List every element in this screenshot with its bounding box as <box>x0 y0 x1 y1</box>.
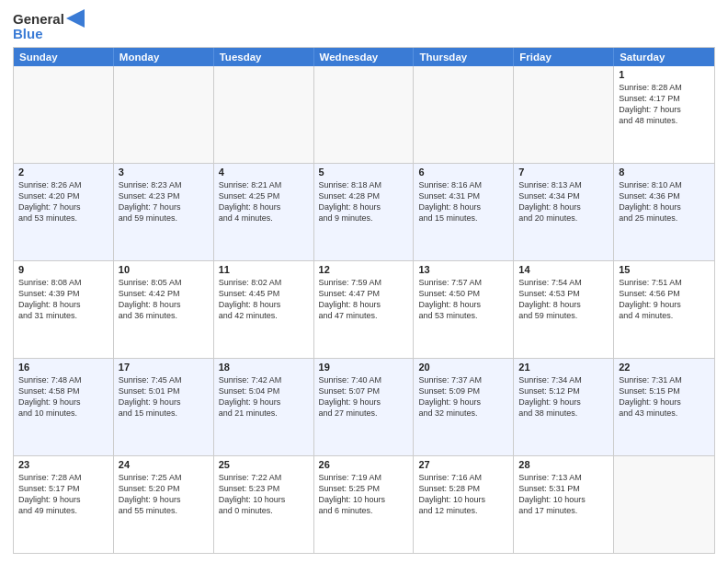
calendar-cell: 26Sunrise: 7:19 AM Sunset: 5:25 PM Dayli… <box>314 456 415 553</box>
day-number: 17 <box>119 362 209 373</box>
day-number: 28 <box>518 459 609 470</box>
day-info: Sunrise: 7:54 AM Sunset: 4:53 PM Dayligh… <box>518 277 609 322</box>
calendar-header-row: SundayMondayTuesdayWednesdayThursdayFrid… <box>14 48 714 66</box>
day-number: 19 <box>319 362 409 373</box>
calendar-cell <box>614 456 714 553</box>
calendar-cell: 1Sunrise: 8:28 AM Sunset: 4:17 PM Daylig… <box>614 66 714 163</box>
calendar-cell: 24Sunrise: 7:25 AM Sunset: 5:20 PM Dayli… <box>114 456 214 553</box>
logo: General Blue <box>13 9 85 41</box>
day-number: 1 <box>619 69 710 80</box>
calendar-cell <box>14 66 114 163</box>
calendar-cell: 27Sunrise: 7:16 AM Sunset: 5:28 PM Dayli… <box>414 456 514 553</box>
weekday-header-monday: Monday <box>114 48 214 66</box>
day-info: Sunrise: 8:16 AM Sunset: 4:31 PM Dayligh… <box>418 179 508 224</box>
day-info: Sunrise: 8:21 AM Sunset: 4:25 PM Dayligh… <box>219 179 309 224</box>
day-info: Sunrise: 7:16 AM Sunset: 5:28 PM Dayligh… <box>418 472 508 517</box>
logo-general-text: General <box>13 11 64 27</box>
calendar-cell <box>214 66 314 163</box>
day-info: Sunrise: 7:45 AM Sunset: 5:01 PM Dayligh… <box>119 374 209 419</box>
day-info: Sunrise: 7:19 AM Sunset: 5:25 PM Dayligh… <box>319 472 409 517</box>
day-number: 10 <box>119 264 209 275</box>
day-number: 12 <box>319 264 409 275</box>
day-info: Sunrise: 7:28 AM Sunset: 5:17 PM Dayligh… <box>18 472 108 517</box>
day-info: Sunrise: 8:23 AM Sunset: 4:23 PM Dayligh… <box>119 179 209 224</box>
day-info: Sunrise: 8:02 AM Sunset: 4:45 PM Dayligh… <box>219 277 309 322</box>
day-info: Sunrise: 7:25 AM Sunset: 5:20 PM Dayligh… <box>119 472 209 517</box>
day-number: 18 <box>219 362 309 373</box>
calendar-cell: 25Sunrise: 7:22 AM Sunset: 5:23 PM Dayli… <box>214 456 314 553</box>
day-info: Sunrise: 7:31 AM Sunset: 5:15 PM Dayligh… <box>619 374 710 419</box>
weekday-header-friday: Friday <box>514 48 614 66</box>
day-info: Sunrise: 8:10 AM Sunset: 4:36 PM Dayligh… <box>619 179 710 224</box>
day-info: Sunrise: 7:51 AM Sunset: 4:56 PM Dayligh… <box>619 277 710 322</box>
calendar-row-3: 9Sunrise: 8:08 AM Sunset: 4:39 PM Daylig… <box>14 260 714 358</box>
logo-wave-icon <box>66 9 85 28</box>
day-number: 27 <box>418 459 508 470</box>
calendar-cell: 2Sunrise: 8:26 AM Sunset: 4:20 PM Daylig… <box>14 164 114 260</box>
calendar: SundayMondayTuesdayWednesdayThursdayFrid… <box>13 47 715 554</box>
calendar-header: General Blue <box>13 9 715 41</box>
calendar-cell: 14Sunrise: 7:54 AM Sunset: 4:53 PM Dayli… <box>514 261 614 358</box>
day-number: 11 <box>219 264 309 275</box>
logo: General Blue <box>13 9 85 41</box>
calendar-cell: 19Sunrise: 7:40 AM Sunset: 5:07 PM Dayli… <box>314 359 415 455</box>
calendar-cell: 23Sunrise: 7:28 AM Sunset: 5:17 PM Dayli… <box>14 456 114 553</box>
weekday-header-sunday: Sunday <box>14 48 114 66</box>
calendar-cell: 3Sunrise: 8:23 AM Sunset: 4:23 PM Daylig… <box>114 164 214 260</box>
day-number: 7 <box>518 167 609 178</box>
weekday-header-saturday: Saturday <box>614 48 714 66</box>
day-info: Sunrise: 7:34 AM Sunset: 5:12 PM Dayligh… <box>518 374 609 419</box>
calendar-cell: 6Sunrise: 8:16 AM Sunset: 4:31 PM Daylig… <box>414 164 514 260</box>
calendar-row-1: 1Sunrise: 8:28 AM Sunset: 4:17 PM Daylig… <box>14 66 714 163</box>
calendar-cell: 12Sunrise: 7:59 AM Sunset: 4:47 PM Dayli… <box>314 261 415 358</box>
calendar-cell: 4Sunrise: 8:21 AM Sunset: 4:25 PM Daylig… <box>214 164 314 260</box>
day-number: 24 <box>119 459 209 470</box>
day-info: Sunrise: 8:18 AM Sunset: 4:28 PM Dayligh… <box>319 179 409 224</box>
calendar-cell: 28Sunrise: 7:13 AM Sunset: 5:31 PM Dayli… <box>514 456 614 553</box>
day-number: 23 <box>18 459 108 470</box>
calendar-cell <box>114 66 214 163</box>
calendar-cell: 15Sunrise: 7:51 AM Sunset: 4:56 PM Dayli… <box>614 261 714 358</box>
day-info: Sunrise: 8:26 AM Sunset: 4:20 PM Dayligh… <box>18 179 108 224</box>
calendar-cell: 16Sunrise: 7:48 AM Sunset: 4:58 PM Dayli… <box>14 359 114 455</box>
calendar-cell: 22Sunrise: 7:31 AM Sunset: 5:15 PM Dayli… <box>614 359 714 455</box>
day-info: Sunrise: 7:57 AM Sunset: 4:50 PM Dayligh… <box>418 277 508 322</box>
day-info: Sunrise: 7:22 AM Sunset: 5:23 PM Dayligh… <box>219 472 309 517</box>
logo-blue-text: Blue <box>13 26 43 41</box>
calendar-cell: 21Sunrise: 7:34 AM Sunset: 5:12 PM Dayli… <box>514 359 614 455</box>
calendar-cell: 17Sunrise: 7:45 AM Sunset: 5:01 PM Dayli… <box>114 359 214 455</box>
day-info: Sunrise: 8:13 AM Sunset: 4:34 PM Dayligh… <box>518 179 609 224</box>
day-number: 21 <box>518 362 609 373</box>
calendar-cell: 20Sunrise: 7:37 AM Sunset: 5:09 PM Dayli… <box>414 359 514 455</box>
day-info: Sunrise: 7:59 AM Sunset: 4:47 PM Dayligh… <box>319 277 409 322</box>
calendar-row-5: 23Sunrise: 7:28 AM Sunset: 5:17 PM Dayli… <box>14 455 714 553</box>
day-info: Sunrise: 7:13 AM Sunset: 5:31 PM Dayligh… <box>518 472 609 517</box>
calendar-cell <box>514 66 614 163</box>
day-info: Sunrise: 8:08 AM Sunset: 4:39 PM Dayligh… <box>18 277 108 322</box>
weekday-header-tuesday: Tuesday <box>214 48 314 66</box>
calendar-cell: 7Sunrise: 8:13 AM Sunset: 4:34 PM Daylig… <box>514 164 614 260</box>
day-number: 13 <box>418 264 508 275</box>
calendar-cell: 8Sunrise: 8:10 AM Sunset: 4:36 PM Daylig… <box>614 164 714 260</box>
day-number: 22 <box>619 362 710 373</box>
day-number: 9 <box>18 264 108 275</box>
calendar-cell: 18Sunrise: 7:42 AM Sunset: 5:04 PM Dayli… <box>214 359 314 455</box>
calendar-row-2: 2Sunrise: 8:26 AM Sunset: 4:20 PM Daylig… <box>14 163 714 260</box>
day-info: Sunrise: 7:40 AM Sunset: 5:07 PM Dayligh… <box>319 374 409 419</box>
day-number: 20 <box>418 362 508 373</box>
calendar-cell: 10Sunrise: 8:05 AM Sunset: 4:42 PM Dayli… <box>114 261 214 358</box>
calendar-body: 1Sunrise: 8:28 AM Sunset: 4:17 PM Daylig… <box>14 66 714 553</box>
day-info: Sunrise: 8:28 AM Sunset: 4:17 PM Dayligh… <box>619 82 710 127</box>
calendar-cell: 11Sunrise: 8:02 AM Sunset: 4:45 PM Dayli… <box>214 261 314 358</box>
day-number: 3 <box>119 167 209 178</box>
day-number: 16 <box>18 362 108 373</box>
calendar-cell: 9Sunrise: 8:08 AM Sunset: 4:39 PM Daylig… <box>14 261 114 358</box>
day-info: Sunrise: 7:37 AM Sunset: 5:09 PM Dayligh… <box>418 374 508 419</box>
day-number: 8 <box>619 167 710 178</box>
calendar-row-4: 16Sunrise: 7:48 AM Sunset: 4:58 PM Dayli… <box>14 358 714 455</box>
weekday-header-thursday: Thursday <box>414 48 514 66</box>
weekday-header-wednesday: Wednesday <box>314 48 415 66</box>
calendar-cell: 13Sunrise: 7:57 AM Sunset: 4:50 PM Dayli… <box>414 261 514 358</box>
day-info: Sunrise: 7:42 AM Sunset: 5:04 PM Dayligh… <box>219 374 309 419</box>
day-number: 26 <box>319 459 409 470</box>
